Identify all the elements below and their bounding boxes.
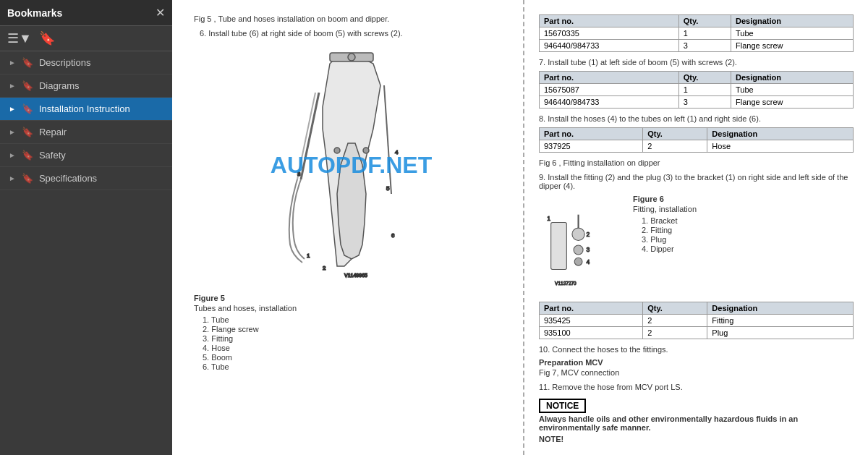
sidebar: Bookmarks ✕ ☰▼ 🔖 ► 🔖 Descriptions ► 🔖 Di…: [0, 0, 172, 455]
svg-point-6: [348, 54, 355, 61]
table-cell: 946440/984733: [540, 96, 679, 109]
svg-text:V1137270: V1137270: [555, 281, 576, 286]
chevron-icon: ►: [9, 128, 16, 136]
table-cell: 935425: [540, 315, 643, 327]
sidebar-item-label: Repair: [39, 127, 67, 137]
parts-table-3: Part no. Qty. Designation 9379252Hose: [539, 127, 854, 153]
table-cell: 1: [678, 84, 731, 96]
table-row: 9379252Hose: [540, 140, 854, 153]
table-cell: Fitting: [707, 315, 854, 327]
figure6-parts-item: 3. Plug: [642, 235, 697, 244]
svg-text:4: 4: [586, 258, 590, 265]
table-row: 9351002Plug: [540, 327, 854, 339]
svg-point-17: [574, 245, 583, 255]
parts-list-item: 5. Boom: [203, 353, 509, 362]
table-cell: Flange screw: [731, 40, 854, 52]
sidebar-item-safety[interactable]: ► 🔖 Safety: [0, 144, 172, 167]
figure6-parts-item: 4. Dipper: [642, 244, 697, 253]
page-right: Part no. Qty. Designation 156703351Tube9…: [524, 0, 868, 455]
parts-list-item: 3. Fitting: [203, 334, 509, 343]
sidebar-item-diagrams[interactable]: ► 🔖 Diagrams: [0, 75, 172, 98]
step7-text: 7. Install tube (1) at left side of boom…: [539, 58, 854, 67]
table-cell: 946440/984733: [540, 40, 679, 52]
parts-list-item: 1. Tube: [203, 315, 509, 324]
diagram-container: 3 5 1 2 6 4 V1149965 AUTOPDF.NET: [194, 42, 509, 288]
col-designation: Designation: [707, 302, 854, 315]
table-cell: 15675087: [540, 84, 679, 96]
step11-text: 11. Remove the hose from MCV port LS.: [539, 383, 854, 391]
parts-table-4: Part no. Qty. Designation 9354252Fitting…: [539, 302, 854, 339]
figure6-label: Figure 6: [633, 195, 697, 203]
table-cell: 937925: [540, 140, 643, 153]
svg-text:1: 1: [307, 252, 310, 259]
step8-text: 8. Install the hoses (4) to the tubes on…: [539, 114, 854, 123]
table-row: 156703351Tube: [540, 27, 854, 40]
table-cell: 2: [643, 327, 707, 339]
svg-text:3: 3: [586, 246, 590, 253]
note-label: NOTE!: [539, 435, 854, 443]
col-qty: Qty.: [678, 72, 731, 84]
svg-text:6: 6: [391, 232, 395, 239]
table-cell: 3: [678, 40, 731, 52]
sidebar-toolbar: ☰▼ 🔖: [0, 26, 172, 51]
svg-text:V1149965: V1149965: [344, 273, 367, 278]
col-qty: Qty.: [643, 302, 707, 315]
col-partno: Part no.: [540, 15, 679, 27]
col-designation: Designation: [731, 72, 854, 84]
col-qty: Qty.: [643, 128, 707, 140]
step9-text: 9. Install the fitting (2) and the plug …: [539, 173, 854, 190]
prep-label: Preparation MCV: [539, 358, 854, 367]
svg-text:5: 5: [386, 185, 390, 192]
table-cell: 1: [678, 27, 731, 40]
main-content: Fig 5 , Tube and hoses installation on b…: [172, 0, 868, 455]
chevron-icon: ►: [9, 82, 16, 90]
figure6-sublabel: Fitting, installation: [633, 205, 697, 213]
parts-table-1: Part no. Qty. Designation 156703351Tube9…: [539, 14, 854, 52]
parts-list-item: 4. Hose: [203, 344, 509, 352]
table-cell: 2: [643, 140, 707, 153]
bookmark-icon: 🔖: [22, 80, 33, 91]
close-icon[interactable]: ✕: [156, 6, 165, 20]
figure6-parts-list: 1. Bracket2. Fitting3. Plug4. Dipper: [642, 216, 697, 253]
bookmark-icon: 🔖: [22, 103, 33, 114]
notice-box: NOTICE: [539, 399, 586, 413]
chevron-icon: ►: [9, 105, 16, 113]
watermark: AUTOPDF.NET: [271, 152, 432, 179]
fig5-caption: Fig 5 , Tube and hoses installation on b…: [194, 14, 509, 23]
table-cell: Tube: [731, 84, 854, 96]
menu-dropdown-button[interactable]: ☰▼: [7, 30, 32, 46]
sidebar-nav: ► 🔖 Descriptions ► 🔖 Diagrams ► 🔖 Instal…: [0, 51, 172, 455]
figure6-diagram: 1 2 3 4 V1137270: [539, 199, 626, 293]
table-cell: Plug: [707, 327, 854, 339]
col-qty: Qty.: [678, 15, 731, 27]
sidebar-title: Bookmarks: [7, 7, 62, 19]
col-partno: Part no.: [540, 128, 643, 140]
step6-text: 6. Install tube (6) at right side of boo…: [200, 29, 509, 38]
table-row: 9354252Fitting: [540, 315, 854, 327]
sidebar-item-label: Safety: [39, 150, 66, 161]
table-cell: Hose: [707, 140, 854, 153]
chevron-icon: ►: [9, 151, 16, 159]
fig6-caption: Fig 6 , Fitting installation on dipper: [539, 158, 854, 167]
sidebar-item-specifications[interactable]: ► 🔖 Specifications: [0, 167, 172, 190]
notice-text: Always handle oils and other environment…: [539, 414, 854, 432]
chevron-icon: ►: [9, 174, 16, 182]
sidebar-item-descriptions[interactable]: ► 🔖 Descriptions: [0, 51, 172, 75]
bookmark-add-icon[interactable]: 🔖: [39, 30, 55, 46]
sidebar-item-installation-instruction[interactable]: ► 🔖 Installation Instruction: [0, 98, 172, 121]
table-cell: 3: [678, 96, 731, 109]
svg-text:1: 1: [547, 215, 550, 222]
svg-text:2: 2: [586, 231, 590, 238]
notice-strong: Always handle oils and other environment…: [539, 414, 798, 432]
parts-list-item: 6. Tube: [203, 362, 509, 371]
table-row: 946440/9847333Flange screw: [540, 40, 854, 52]
table-cell: Flange screw: [731, 96, 854, 109]
bookmark-icon: 🔖: [22, 127, 33, 137]
sidebar-item-repair[interactable]: ► 🔖 Repair: [0, 121, 172, 144]
figure5-sublabel: Tubes and hoses, installation: [194, 304, 509, 312]
col-partno: Part no.: [540, 72, 679, 84]
svg-rect-14: [551, 223, 567, 270]
svg-point-15: [572, 228, 584, 240]
sidebar-item-label: Descriptions: [39, 57, 91, 68]
table-cell: 935100: [540, 327, 643, 339]
